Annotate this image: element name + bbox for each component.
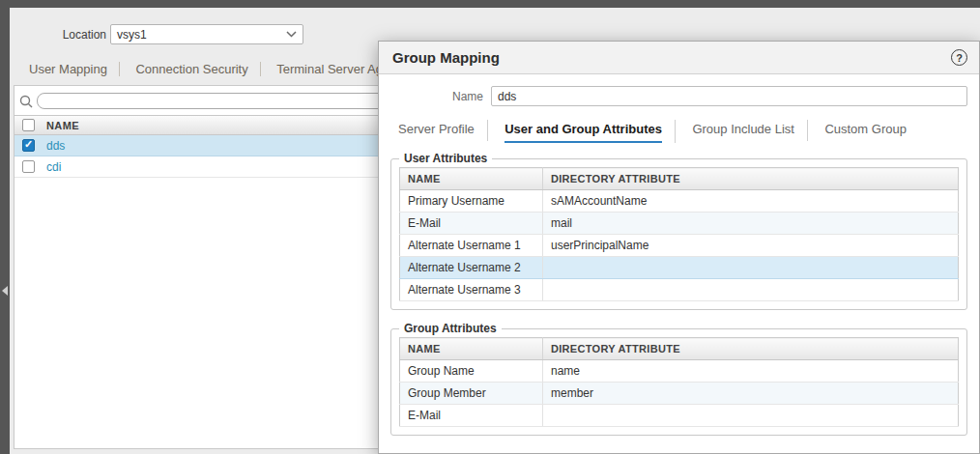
group-mapping-dialog: Group Mapping ? Name Server Profile User…	[378, 41, 980, 454]
column-header-name: NAME	[400, 338, 543, 360]
row-checkbox[interactable]	[22, 160, 35, 173]
group-attributes-legend: Group Attributes	[399, 322, 502, 335]
tab-group-include-list[interactable]: Group Include List	[679, 120, 808, 141]
page-tabs: User Mapping Connection Security Termina…	[29, 60, 387, 77]
row-checkbox[interactable]	[22, 139, 35, 152]
user-attributes-table: NAME DIRECTORY ATTRIBUTE Primary Usernam…	[399, 167, 959, 301]
column-header-name: NAME	[400, 168, 543, 190]
left-collapse-bar[interactable]	[0, 0, 10, 454]
row-name-link[interactable]: dds	[46, 139, 65, 153]
table-row[interactable]: Primary Username sAMAccountName	[400, 190, 959, 213]
name-field[interactable]	[491, 86, 967, 106]
table-row[interactable]: Alternate Username 1 userPrincipalName	[400, 235, 959, 257]
tab-user-mapping[interactable]: User Mapping	[29, 62, 120, 76]
dialog-tabs: Server Profile User and Group Attributes…	[392, 120, 967, 143]
tab-server-profile[interactable]: Server Profile	[392, 120, 488, 141]
tab-custom-group[interactable]: Custom Group	[812, 120, 919, 141]
name-row: Name	[390, 86, 967, 106]
collapse-arrow-icon[interactable]	[2, 286, 8, 296]
help-icon[interactable]: ?	[951, 49, 967, 66]
dialog-body: Name Server Profile User and Group Attri…	[379, 74, 979, 436]
chevron-down-icon	[286, 31, 297, 38]
user-attributes-fieldset: User Attributes NAME DIRECTORY ATTRIBUTE…	[390, 158, 967, 310]
table-row-selected[interactable]: Alternate Username 2	[400, 257, 959, 279]
group-attributes-table: NAME DIRECTORY ATTRIBUTE Group Name name…	[399, 337, 959, 427]
screen: Location vsys1 User Mapping Connection S…	[0, 0, 980, 454]
table-row[interactable]: Group Name name	[400, 360, 959, 383]
dialog-title: Group Mapping	[392, 49, 951, 66]
location-value: vsys1	[117, 28, 286, 42]
tab-terminal-server-agent[interactable]: Terminal Server Agen	[265, 62, 387, 76]
row-name-link[interactable]: cdi	[46, 160, 61, 174]
location-select[interactable]: vsys1	[110, 24, 303, 44]
table-row[interactable]: Group Member member	[400, 383, 959, 405]
name-label: Name	[390, 90, 483, 103]
column-header-directory-attribute: DIRECTORY ATTRIBUTE	[543, 338, 959, 360]
search-icon	[18, 94, 34, 109]
user-attributes-legend: User Attributes	[399, 152, 492, 165]
column-header-directory-attribute: DIRECTORY ATTRIBUTE	[543, 168, 959, 190]
select-all-checkbox[interactable]	[22, 119, 35, 131]
name-column-header: NAME	[46, 120, 79, 131]
location-label: Location	[10, 28, 106, 42]
table-row[interactable]: E-Mail	[400, 405, 959, 427]
tab-connection-security[interactable]: Connection Security	[124, 62, 260, 76]
group-attributes-fieldset: Group Attributes NAME DIRECTORY ATTRIBUT…	[390, 328, 967, 436]
table-row[interactable]: Alternate Username 3	[400, 279, 959, 301]
table-row[interactable]: E-Mail mail	[400, 213, 959, 235]
dialog-header: Group Mapping ?	[379, 42, 979, 74]
tab-user-and-group-attributes[interactable]: User and Group Attributes	[492, 120, 676, 143]
